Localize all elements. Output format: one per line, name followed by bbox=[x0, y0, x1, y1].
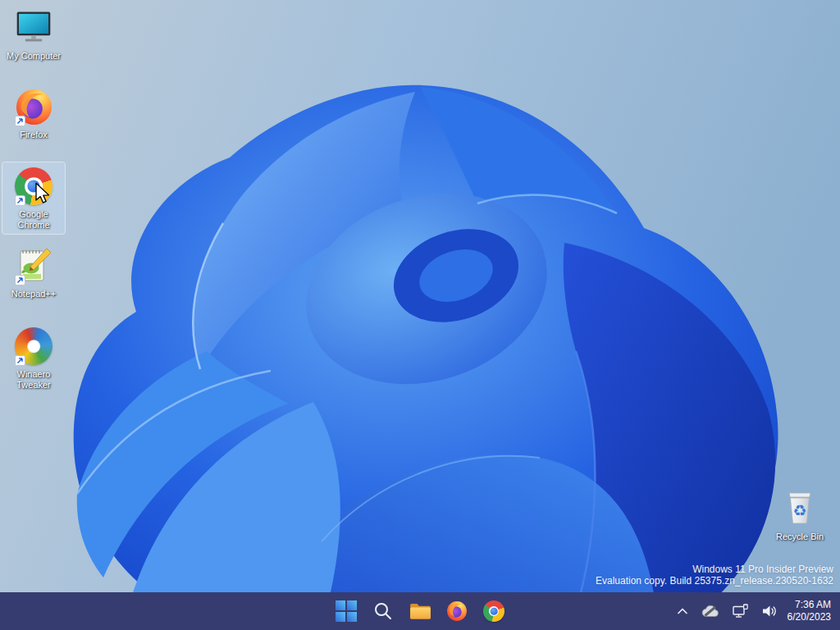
desktop-icon-winaero-tweaker[interactable]: Winaero Tweaker bbox=[2, 322, 65, 394]
bloom-wallpaper bbox=[0, 0, 840, 630]
watermark-line2: Evaluation copy. Build 25375.zn_release.… bbox=[596, 575, 833, 587]
onedrive-paused-icon bbox=[701, 605, 719, 618]
desktop-icon-label: Winaero Tweaker bbox=[3, 369, 64, 390]
desktop-icon-label: My Computer bbox=[7, 51, 61, 62]
volume-tray-button[interactable] bbox=[756, 595, 784, 628]
my-computer-icon bbox=[14, 8, 53, 48]
taskbar-center-buttons bbox=[330, 595, 510, 628]
chevron-up-icon bbox=[677, 607, 688, 615]
network-icon bbox=[733, 604, 749, 619]
desktop-icon-label: Notepad++ bbox=[11, 289, 56, 299]
tray-overflow-button[interactable] bbox=[670, 595, 695, 628]
file-explorer-button[interactable] bbox=[404, 595, 436, 628]
desktop-icon-label: Firefox bbox=[20, 130, 48, 140]
shortcut-arrow-icon bbox=[15, 275, 25, 285]
notepad-plus-plus-icon bbox=[14, 246, 53, 285]
chrome-icon bbox=[14, 167, 53, 206]
desktop-icon-recycle-bin[interactable]: ♻ Recycle Bin bbox=[769, 485, 831, 546]
watermark-line1: Windows 11 Pro Insider Preview bbox=[596, 564, 833, 575]
desktop-icon-label: Google Chrome bbox=[3, 209, 64, 231]
taskbar-tray: 7:36 AM 6/20/2023 bbox=[670, 595, 838, 628]
shortcut-arrow-icon bbox=[15, 355, 25, 366]
file-explorer-icon bbox=[409, 601, 431, 621]
start-button[interactable] bbox=[330, 595, 363, 628]
desktop-icon-firefox[interactable]: Firefox bbox=[2, 83, 65, 144]
desktop-icon-google-chrome[interactable]: Google Chrome bbox=[2, 162, 65, 234]
desktop-icon-label: Recycle Bin bbox=[776, 532, 824, 542]
onedrive-tray-button[interactable] bbox=[695, 595, 726, 628]
chrome-icon bbox=[483, 600, 504, 622]
firefox-icon bbox=[446, 600, 468, 622]
windows-logo-icon bbox=[336, 600, 357, 622]
shortcut-arrow-icon bbox=[15, 195, 25, 206]
taskbar: 7:36 AM 6/20/2023 bbox=[0, 592, 840, 630]
network-tray-button[interactable] bbox=[726, 595, 756, 628]
firefox-icon bbox=[14, 87, 53, 126]
evaluation-watermark: Windows 11 Pro Insider Preview Evaluatio… bbox=[596, 564, 833, 587]
volume-icon bbox=[762, 605, 778, 618]
clock-date: 6/20/2023 bbox=[788, 611, 831, 623]
taskbar-clock[interactable]: 7:36 AM 6/20/2023 bbox=[784, 595, 838, 628]
desktop-icon-notepad-plus-plus[interactable]: Notepad++ bbox=[2, 242, 65, 303]
desktop-icon-my-computer[interactable]: My Computer bbox=[2, 4, 65, 65]
svg-text:♻: ♻ bbox=[792, 501, 806, 519]
firefox-taskbar-button[interactable] bbox=[441, 595, 473, 628]
chrome-taskbar-button[interactable] bbox=[477, 595, 510, 628]
search-button[interactable] bbox=[367, 595, 399, 628]
winaero-tweaker-icon bbox=[14, 326, 53, 366]
shortcut-arrow-icon bbox=[15, 116, 25, 126]
recycle-bin-icon: ♻ bbox=[780, 489, 819, 528]
search-icon bbox=[373, 601, 393, 621]
clock-time: 7:36 AM bbox=[788, 599, 831, 611]
desktop[interactable]: My Computer bbox=[0, 0, 840, 630]
